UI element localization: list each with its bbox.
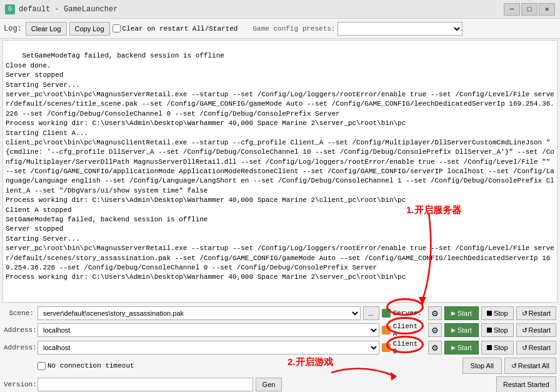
stop-all-button[interactable]: Stop All [462, 358, 502, 374]
client-a-restart-button[interactable]: ↺ Restart [516, 323, 556, 337]
client-b-stop-icon [487, 345, 492, 350]
version-row: Version: Gen Restart Started [4, 376, 556, 392]
server-status-dot [382, 309, 391, 318]
scene-row: Scene: server\default\scenes\story_assas… [4, 306, 556, 320]
client-a-stop-icon [487, 328, 492, 333]
address2-input[interactable]: localhost [38, 341, 379, 354]
client-a-gear-button[interactable]: ⚙ [428, 323, 442, 337]
client-b-restart-button[interactable]: ↺ Restart [516, 341, 556, 354]
log-label: Log: [4, 24, 22, 33]
address2-label: Address: [4, 344, 34, 351]
client-b-status-dot [382, 343, 391, 352]
server-label: Server: [393, 309, 426, 317]
server-gear-button[interactable]: ⚙ [428, 306, 442, 320]
client-a-start-button[interactable]: ▶ Start [444, 323, 479, 337]
maximize-button[interactable]: □ [521, 3, 538, 16]
client-a-status-dot [382, 326, 391, 334]
game-config-presets-label: Game config presets: [252, 25, 335, 33]
gen-button[interactable]: Gen [256, 378, 282, 391]
address2-row: Address: localhost Client B ⚙ ▶ Start St… [4, 340, 556, 355]
client-a-play-icon: ▶ [451, 327, 456, 333]
restart-all-button[interactable]: ↺ Restart All [504, 358, 556, 374]
restart-started-button[interactable]: Restart Started [496, 376, 556, 392]
client-b-label: Client B [393, 340, 426, 355]
client-a-label: Client A [393, 323, 426, 338]
client-a-stop-button[interactable]: Stop [481, 323, 514, 337]
scene-input[interactable]: server\default\scenes\story_assassinatio… [38, 306, 361, 320]
scene-ellipsis-button[interactable]: ... [363, 306, 379, 320]
client-b-stop-button[interactable]: Stop [481, 341, 514, 354]
server-stop-icon [487, 311, 492, 316]
client-a-restart-icon: ↺ [522, 326, 528, 334]
restart-all-icon: ↺ [511, 362, 517, 370]
no-timeout-row: No connection timeout Stop All ↺ Restart… [4, 358, 556, 374]
version-input[interactable] [38, 378, 253, 391]
no-connection-timeout-label[interactable]: No connection timeout [38, 362, 134, 370]
server-restart-button[interactable]: ↺ Restart [516, 306, 556, 320]
no-connection-timeout-checkbox[interactable] [38, 362, 46, 370]
server-restart-icon: ↺ [522, 309, 528, 318]
window-title: default - GameLauncher [19, 5, 118, 14]
app-icon: G [5, 4, 15, 14]
bottom-controls: Scene: server\default\scenes\story_assas… [0, 304, 560, 392]
titlebar: G default - GameLauncher ─ □ ✕ [0, 0, 560, 19]
address1-input[interactable]: localhost [38, 323, 379, 337]
clear-log-button[interactable]: Clear Log [26, 22, 67, 36]
copy-log-button[interactable]: Copy Log [69, 22, 110, 36]
server-stop-button[interactable]: Stop [481, 306, 514, 320]
address1-label: Address: [4, 326, 34, 334]
clear-on-restart-checkbox[interactable] [112, 24, 121, 33]
address1-row: Address: localhost Client A ⚙ ▶ Start St… [4, 323, 556, 338]
client-b-restart-icon: ↺ [522, 344, 528, 352]
minimize-button[interactable]: ─ [504, 3, 520, 16]
log-area[interactable]: SetGameModeTag failed, backend session i… [2, 40, 558, 303]
client-b-gear-button[interactable]: ⚙ [428, 341, 442, 354]
log-content: SetGameModeTag failed, backend session i… [6, 52, 554, 281]
clear-on-restart-label[interactable]: Clear on restart All/Started [112, 24, 238, 33]
scene-label: Scene: [4, 309, 34, 317]
client-b-start-button[interactable]: ▶ Start [444, 341, 479, 354]
window-controls: ─ □ ✕ [504, 3, 555, 16]
game-config-presets-select[interactable] [338, 22, 462, 36]
server-play-icon: ▶ [451, 310, 456, 316]
close-button[interactable]: ✕ [539, 3, 555, 16]
toolbar: Log: Clear Log Copy Log Clear on restart… [0, 19, 560, 39]
client-b-play-icon: ▶ [451, 344, 456, 351]
version-label: Version: [4, 381, 34, 388]
server-start-button[interactable]: ▶ Start [444, 306, 479, 320]
